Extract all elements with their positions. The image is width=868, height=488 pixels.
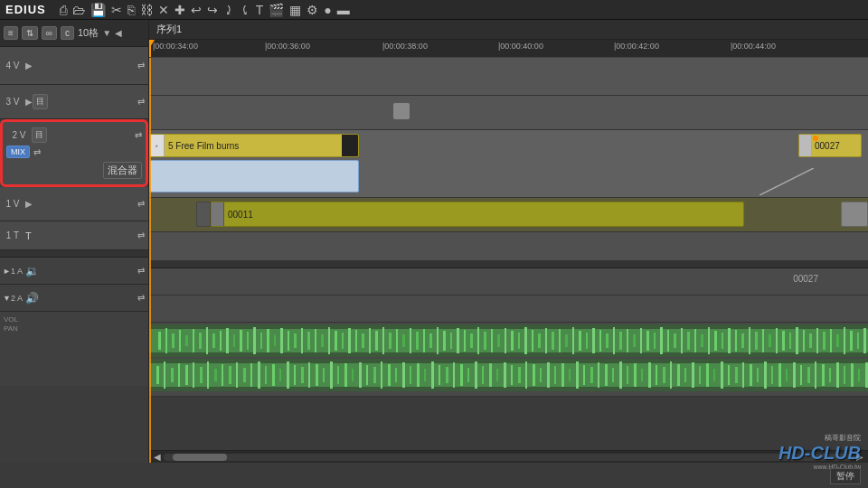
scrollbar-track[interactable]	[164, 454, 854, 461]
toolbar-icon-open[interactable]: 🗁	[72, 3, 85, 17]
track-header-2a: ▼2 A 🔊 ⇄	[0, 285, 148, 312]
svg-rect-22	[288, 331, 289, 351]
toolbar-icon-new[interactable]: ⎙	[60, 3, 67, 17]
toolbar-icon-undo[interactable]: ↩	[191, 3, 202, 17]
scroll-left-arrow[interactable]: ◀	[151, 452, 164, 462]
track-1a-arrow[interactable]: ⇄	[137, 266, 145, 276]
toolbar-icon-save[interactable]: 💾	[90, 3, 106, 17]
clip-1a-00027[interactable]: 00027	[793, 274, 818, 284]
track-4v-arrow[interactable]: ⇄	[137, 61, 145, 70]
svg-rect-155	[482, 366, 484, 384]
svg-rect-48	[464, 330, 466, 352]
toolbar-icon-redo[interactable]: ↪	[207, 3, 218, 17]
toolbar-icon-grid[interactable]: ▦	[289, 3, 301, 17]
toolbar-icon-t[interactable]: T	[256, 3, 264, 17]
svg-rect-72	[627, 329, 628, 352]
track-3v-arrow[interactable]: ⇄	[137, 97, 145, 107]
vol-pan-area: VOLPAN	[0, 312, 148, 386]
svg-rect-167	[569, 369, 571, 381]
svg-rect-135	[337, 366, 339, 384]
timeline-track-2v: ▪ 5 Free Film burns 00027	[149, 130, 868, 198]
clip-1v-left[interactable]	[196, 202, 211, 227]
svg-rect-113	[178, 363, 180, 387]
track-4v-expand[interactable]: ▶	[25, 61, 33, 70]
svg-rect-74	[640, 328, 642, 353]
clip-00027-top[interactable]: 00027	[798, 134, 862, 157]
svg-rect-65	[579, 331, 581, 351]
svg-rect-172	[605, 364, 608, 386]
svg-rect-103	[836, 334, 839, 347]
time-mark-5: |00:00:44:00	[731, 42, 776, 51]
track-add-btn[interactable]: ≡	[4, 26, 18, 40]
svg-rect-45	[443, 331, 446, 351]
track-2v-arrow[interactable]: ⇄	[135, 130, 142, 140]
svg-rect-58	[532, 330, 533, 352]
svg-rect-166	[561, 363, 564, 387]
track-1a-label: ►1 A	[0, 267, 25, 276]
toolbar-icon-link[interactable]: ⛓	[140, 3, 153, 17]
track-2a-arrow[interactable]: ⇄	[137, 293, 145, 303]
svg-rect-69	[606, 333, 609, 348]
horizontal-scrollbar[interactable]: ◀ ▶	[149, 450, 868, 463]
toolbar-icon-stop[interactable]: ▬	[337, 3, 350, 17]
svg-rect-126	[272, 364, 275, 386]
clip-00011[interactable]: 00011	[211, 202, 744, 227]
clip-1v-right[interactable]	[841, 202, 868, 227]
svg-rect-180	[663, 367, 665, 383]
track-2v-lock[interactable]: 目	[32, 127, 47, 143]
svg-rect-26	[315, 329, 316, 352]
zoom-value-label: 10格	[78, 26, 99, 40]
svg-rect-99	[809, 333, 812, 348]
tracks-container: ▪ 5 Free Film burns 00027	[149, 58, 868, 463]
toolbar-icon-copy[interactable]: ⎘	[127, 3, 135, 17]
toolbar-icon-arrow[interactable]: ⤹	[240, 3, 250, 17]
svg-rect-23	[294, 333, 297, 348]
track-2v-mix-btn[interactable]: MIX	[6, 145, 30, 158]
svg-rect-68	[599, 330, 601, 352]
waveform-row-1: // generate waveform rectangles inline -…	[149, 324, 868, 357]
track-2a-speaker: 🔊	[25, 292, 39, 305]
svg-rect-187	[713, 369, 715, 381]
clip-3v-small[interactable]	[393, 103, 410, 119]
scroll-up-icon[interactable]: ◀	[115, 28, 122, 38]
track-1v-arrow[interactable]: ⇄	[137, 199, 145, 209]
svg-rect-34	[369, 328, 371, 353]
timeline-area: 序列1 |00:00:34:00 |00:00:36:00 |00:00:38:…	[149, 20, 868, 463]
svg-rect-134	[330, 361, 333, 389]
track-extra-btn[interactable]: c	[61, 26, 74, 40]
clip-film-burns[interactable]: ▪ 5 Free Film burns	[149, 134, 359, 157]
svg-rect-116	[200, 367, 203, 383]
timeline-track-3v	[149, 96, 868, 130]
toolbar-icon-v1[interactable]: ⤸	[223, 3, 234, 17]
toolbar-icon-cross2[interactable]: ✚	[175, 3, 185, 17]
clip-film-burns-end	[342, 135, 358, 156]
clip-thumb: ▪	[150, 135, 165, 156]
svg-rect-133	[323, 368, 325, 382]
track-4v-label: 4 V	[0, 61, 25, 70]
zoom-dropdown-icon[interactable]: ▼	[102, 28, 111, 38]
track-settings-btn[interactable]: ∞	[42, 26, 57, 40]
toolbar-icon-settings[interactable]: ⚙	[307, 3, 318, 17]
svg-rect-6	[179, 330, 181, 352]
toolbar-icon-cut[interactable]: ✂	[111, 3, 122, 17]
track-remove-btn[interactable]: ⇅	[22, 26, 38, 40]
track-1t-t-icon: T	[25, 230, 32, 241]
track-2v-mixer-label[interactable]: 混合器	[103, 162, 142, 179]
svg-rect-188	[721, 361, 723, 389]
track-2v-mix-arrow[interactable]: ⇄	[33, 147, 41, 157]
track-1v-expand[interactable]: ▶	[25, 199, 33, 209]
track-3v-expand[interactable]: ▶	[25, 97, 33, 107]
svg-rect-184	[692, 362, 694, 388]
toolbar-icon-rec[interactable]: ●	[324, 3, 331, 17]
toolbar-icon-cross1[interactable]: ✕	[158, 3, 169, 17]
track-1t-arrow[interactable]: ⇄	[137, 230, 145, 240]
track-3v-lock[interactable]: 目	[33, 94, 48, 109]
svg-rect-41	[416, 332, 419, 350]
toolbar-icon-film[interactable]: 🎬	[269, 3, 284, 17]
clip-selected[interactable]	[149, 160, 359, 192]
svg-rect-137	[352, 369, 354, 381]
svg-rect-21	[280, 328, 283, 353]
scrollbar-thumb[interactable]	[173, 454, 227, 461]
svg-rect-165	[554, 366, 556, 384]
svg-rect-101	[823, 332, 826, 350]
